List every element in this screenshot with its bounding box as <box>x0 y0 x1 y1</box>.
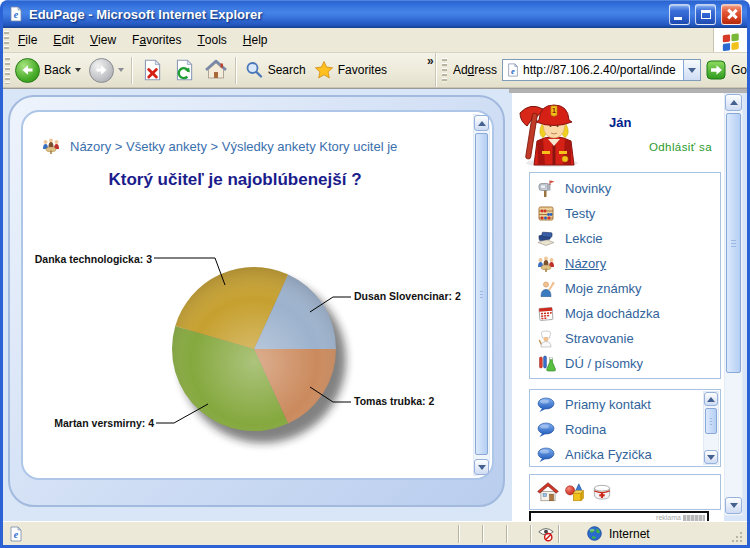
chevron-down-icon <box>707 455 715 460</box>
menu-favorites[interactable]: Favorites <box>124 28 189 52</box>
maximize-button[interactable] <box>695 4 716 25</box>
home-icon[interactable] <box>536 480 560 504</box>
stop-icon <box>140 58 164 82</box>
pie-chart: Danka technologicka: 3Dusan Slovencinar:… <box>31 224 481 469</box>
status-pane <box>459 525 483 543</box>
scroll-down-button[interactable] <box>474 459 489 475</box>
favorites-label: Favorites <box>338 63 387 77</box>
contact-ani-ka-fyzi-ka[interactable]: Anička Fyzička <box>530 442 702 467</box>
sidebar-item-moje-zn-mky[interactable]: Moje známky <box>530 276 720 301</box>
scrollbar-thumb[interactable] <box>726 113 741 373</box>
sidebar-item-d-p-somky[interactable]: DÚ / písomky <box>530 351 720 376</box>
privacy-blocked-eye-icon <box>537 525 555 543</box>
menu-file[interactable]: File <box>10 28 45 52</box>
minimize-button[interactable] <box>669 4 690 25</box>
sidebar: 1 Ján Odhlásiť sa NovinkyTestyLekcieNázo… <box>512 93 724 521</box>
toolbar-separator <box>131 57 133 84</box>
chevron-down-icon <box>688 68 696 73</box>
sidebar-item-lekcie[interactable]: Lekcie <box>530 226 720 251</box>
sidebar-item-novinky[interactable]: Novinky <box>530 176 720 201</box>
resize-grip[interactable] <box>731 522 745 545</box>
chat-bubble-icon <box>536 395 556 415</box>
address-grip[interactable] <box>442 58 447 83</box>
forward-icon <box>89 58 114 83</box>
address-input[interactable] <box>523 63 680 77</box>
scroll-down-button[interactable] <box>725 497 742 514</box>
menu-help[interactable]: Help <box>235 28 276 52</box>
ie-page-icon: e <box>506 63 520 77</box>
menu-tools[interactable]: Tools <box>189 28 234 52</box>
go-label[interactable]: Go <box>731 63 747 77</box>
back-button[interactable]: Back <box>11 58 85 83</box>
back-icon <box>15 58 40 83</box>
sidebar-menu: NovinkyTestyLekcieNázoryMoje známkyMoja … <box>529 172 721 379</box>
svg-text:1: 1 <box>552 107 556 114</box>
refresh-button[interactable] <box>168 58 200 82</box>
chef-icon <box>536 329 556 349</box>
privacy-pane <box>531 525 559 543</box>
go-button[interactable] <box>706 60 726 80</box>
scrollbar-thumb[interactable] <box>475 133 488 455</box>
chat-bubble-icon <box>536 420 556 440</box>
scroll-up-button[interactable] <box>704 392 718 406</box>
window-title: EduPage - Microsoft Internet Explorer <box>29 7 664 22</box>
browser-window: e EduPage - Microsoft Internet Explorer … <box>0 0 750 548</box>
favorites-button[interactable]: Favorites <box>310 60 391 80</box>
pie-chart-svg: Danka technologicka: 3Dusan Slovencinar:… <box>31 224 481 469</box>
content-frame: Názory > Všetky ankety > Výsledky ankety… <box>8 95 505 507</box>
main-scrollbar[interactable] <box>724 93 743 516</box>
sidebar-item-n-zory[interactable]: Názory <box>530 251 720 276</box>
toolbar: Back <box>3 53 747 88</box>
menu-grip[interactable] <box>4 31 9 49</box>
toolbar-overflow-chevron[interactable]: » <box>427 54 434 68</box>
pie-label: Tomas trubka: 2 <box>354 395 434 407</box>
address-dropdown-button[interactable] <box>683 60 700 80</box>
contact-priamy-kontakt[interactable]: Priamy kontakt <box>530 392 702 417</box>
security-zone-pane: Internet <box>559 525 731 543</box>
close-button[interactable] <box>721 4 742 25</box>
sidebar-item-label: Novinky <box>565 181 611 196</box>
home-button[interactable] <box>200 58 232 82</box>
search-label: Search <box>268 63 306 77</box>
sidebar-item-label: Testy <box>565 206 595 221</box>
sidebar-item-testy[interactable]: Testy <box>530 201 720 226</box>
sidebar-item-moja-doch-dzka[interactable]: Moja dochádzka <box>530 301 720 326</box>
ad-banner[interactable]: reklama <box>529 511 709 521</box>
contact-rodina[interactable]: Rodina <box>530 417 702 442</box>
toolbar-grip[interactable] <box>5 57 10 84</box>
forward-dropdown-icon[interactable] <box>118 68 124 72</box>
firefighter-avatar-icon: 1 <box>518 97 590 169</box>
back-dropdown-icon[interactable] <box>75 68 81 72</box>
shapes-icon[interactable] <box>563 480 587 504</box>
scroll-down-button[interactable] <box>704 450 718 464</box>
first-aid-icon[interactable] <box>590 480 614 504</box>
menu-items: FileEditViewFavoritesToolsHelp <box>10 28 276 52</box>
stop-button[interactable] <box>136 58 168 82</box>
chevron-up-icon <box>707 397 715 402</box>
chevron-down-icon <box>478 465 486 470</box>
scrollbar-thumb[interactable] <box>705 408 717 434</box>
menu-edit[interactable]: Edit <box>45 28 82 52</box>
pie-label: Dusan Slovencinar: 2 <box>354 290 461 302</box>
sidebar-item-label: Stravovanie <box>565 331 634 346</box>
scroll-up-button[interactable] <box>725 94 742 111</box>
search-icon <box>244 60 264 80</box>
contacts-scrollbar[interactable] <box>703 391 719 465</box>
maximize-icon <box>701 10 711 19</box>
sidebar-item-stravovanie[interactable]: Stravovanie <box>530 326 720 351</box>
search-button[interactable]: Search <box>240 60 310 80</box>
forward-button[interactable] <box>85 58 128 83</box>
panel-scrollbar[interactable] <box>473 114 490 476</box>
sidebar-item-label: Lekcie <box>565 231 603 246</box>
contact-label: Anička Fyzička <box>565 447 652 462</box>
ad-label: reklama <box>656 514 681 521</box>
title-bar: e EduPage - Microsoft Internet Explorer <box>3 0 747 28</box>
scroll-up-button[interactable] <box>474 115 489 131</box>
sidebar-item-label: Moja dochádzka <box>565 306 660 321</box>
address-label: Address <box>453 63 497 77</box>
close-icon <box>726 8 738 20</box>
address-input-box: e <box>502 59 701 81</box>
breadcrumb-text[interactable]: Názory > Všetky ankety > Výsledky ankety… <box>70 139 397 154</box>
logout-link[interactable]: Odhlásiť sa <box>649 141 712 153</box>
menu-view[interactable]: View <box>82 28 124 52</box>
